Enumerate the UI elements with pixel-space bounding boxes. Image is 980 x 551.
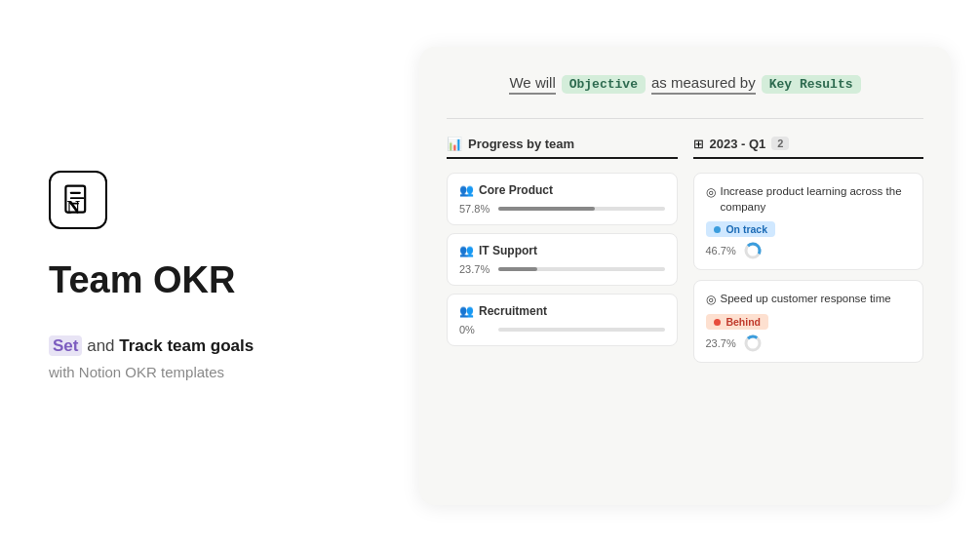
progress-icon: 📊 bbox=[447, 137, 462, 151]
okr-progress-1: 46.7% bbox=[706, 242, 912, 259]
team-card-core-product: 👥 Core Product 57.8% bbox=[447, 173, 678, 225]
okr-pie-1 bbox=[744, 242, 762, 259]
team-progress-row-recruitment: 0% bbox=[459, 324, 665, 335]
okr-count-badge: 2 bbox=[771, 137, 789, 150]
progress-section-title: Progress by team bbox=[468, 137, 574, 151]
team-name-recruitment: 👥 Recruitment bbox=[459, 304, 665, 318]
objective-tag: Objective bbox=[562, 75, 646, 94]
okr-section-title: 2023 - Q1 bbox=[710, 137, 766, 151]
track-label: Track team goals bbox=[119, 336, 254, 355]
status-dot-1 bbox=[714, 226, 721, 233]
okr-status-row-1: On track bbox=[706, 221, 912, 237]
okr-pie-2 bbox=[744, 335, 762, 352]
okr-pct-2: 23.7% bbox=[706, 337, 736, 349]
okr-icon-2: ◎ bbox=[706, 292, 716, 308]
okr-section-header: ⊞ 2023 - Q1 2 bbox=[693, 137, 924, 159]
team-name-it-support: 👥 IT Support bbox=[459, 244, 665, 257]
tagline: Set and Track team goals bbox=[49, 336, 361, 356]
status-badge-2: Behind bbox=[706, 314, 769, 330]
set-label: Set bbox=[49, 335, 82, 356]
team-name-core-product: 👥 Core Product bbox=[459, 183, 665, 197]
and-label: and bbox=[87, 336, 119, 355]
team-progress-row-it: 23.7% bbox=[459, 263, 665, 275]
page-title: Team OKR bbox=[49, 260, 361, 301]
status-badge-1: On track bbox=[706, 221, 776, 237]
okr-progress-2: 23.7% bbox=[706, 335, 912, 352]
team-card-recruitment: 👥 Recruitment 0% bbox=[447, 294, 678, 346]
it-track bbox=[498, 267, 665, 271]
core-pct: 57.8% bbox=[459, 203, 490, 215]
status-dot-2 bbox=[714, 319, 721, 326]
okr-header: We will Objective as measured by Key Res… bbox=[447, 74, 923, 95]
it-fill bbox=[498, 267, 537, 271]
it-pct: 23.7% bbox=[459, 263, 490, 275]
okr-item-1: ◎ Increase product learning across the c… bbox=[693, 173, 924, 270]
core-track bbox=[498, 207, 665, 211]
core-fill bbox=[498, 207, 595, 211]
key-results-tag: Key Results bbox=[762, 75, 861, 94]
recruitment-track bbox=[498, 328, 665, 332]
card-divider bbox=[447, 118, 923, 119]
okr-status-row-2: Behind bbox=[706, 314, 912, 330]
okr-title-2: ◎ Speed up customer response time bbox=[706, 291, 912, 308]
progress-section-header: 📊 Progress by team bbox=[447, 137, 678, 159]
okr-item-2: ◎ Speed up customer response time Behind… bbox=[693, 280, 924, 364]
notion-logo: N bbox=[49, 171, 107, 229]
formula-prefix: We will bbox=[509, 74, 555, 95]
team-card-it-support: 👥 IT Support 23.7% bbox=[447, 233, 678, 286]
okr-grid-icon: ⊞ bbox=[693, 137, 704, 151]
right-column: ⊞ 2023 - Q1 2 ◎ Increase product learnin… bbox=[693, 137, 924, 374]
okr-pct-1: 46.7% bbox=[706, 245, 736, 256]
right-panel: We will Objective as measured by Key Res… bbox=[410, 27, 980, 525]
notion-card: We will Objective as measured by Key Res… bbox=[419, 47, 951, 505]
left-column: 📊 Progress by team 👥 Core Product 57.8% bbox=[447, 137, 678, 374]
card-content: 📊 Progress by team 👥 Core Product 57.8% bbox=[447, 137, 923, 374]
okr-formula: We will Objective as measured by Key Res… bbox=[447, 74, 923, 95]
svg-text:N: N bbox=[66, 197, 80, 217]
formula-middle: as measured by bbox=[651, 74, 756, 95]
okr-icon-1: ◎ bbox=[706, 184, 716, 215]
left-panel: N Team OKR Set and Track team goals with… bbox=[0, 132, 410, 419]
okr-title-1: ◎ Increase product learning across the c… bbox=[706, 183, 912, 215]
subtitle: with Notion OKR templates bbox=[49, 364, 361, 380]
recruitment-pct: 0% bbox=[459, 324, 490, 335]
team-progress-row-core: 57.8% bbox=[459, 203, 665, 215]
